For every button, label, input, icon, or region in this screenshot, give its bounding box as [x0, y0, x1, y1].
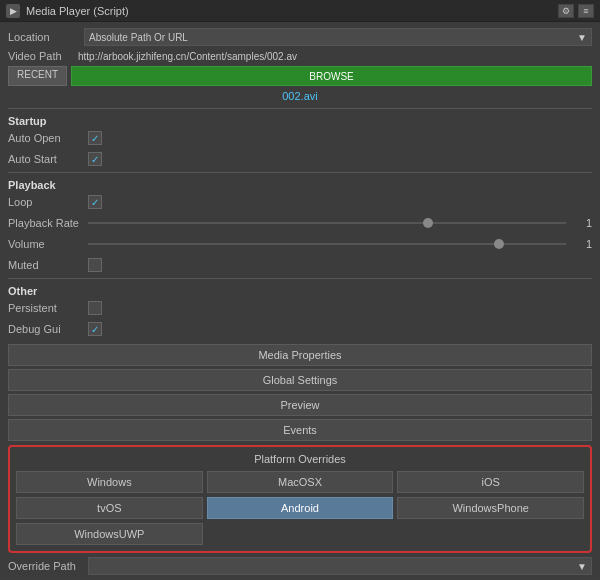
filename-display: 002.avi [8, 90, 592, 102]
auto-open-label: Auto Open [8, 132, 88, 144]
loop-label: Loop [8, 196, 88, 208]
settings-button[interactable]: ⚙ [558, 4, 574, 18]
platform-btn-android[interactable]: Android [207, 497, 394, 519]
muted-label: Muted [8, 259, 88, 271]
platform-section: Platform Overrides Windows MacOSX iOS tv… [8, 445, 592, 553]
override-path-row: Override Path ▼ [8, 557, 592, 575]
video-path-value: http://arbook.jizhifeng.cn/Content/sampl… [78, 51, 592, 62]
divider-3 [8, 278, 592, 279]
override-path-dropdown[interactable]: ▼ [88, 557, 592, 575]
platform-grid: Windows MacOSX iOS tvOS Android WindowsP… [16, 471, 584, 519]
platform-btn-windowsuwp[interactable]: WindowsUWP [16, 523, 203, 545]
debug-gui-checkbox[interactable] [88, 322, 102, 336]
other-header: Other [8, 285, 592, 297]
playback-rate-slider-container [88, 216, 566, 230]
playback-rate-row: Playback Rate 1 [8, 214, 592, 232]
auto-start-label: Auto Start [8, 153, 88, 165]
video-path-label: Video Path [8, 50, 78, 62]
window-title: Media Player (Script) [26, 5, 552, 17]
auto-open-checkbox[interactable] [88, 131, 102, 145]
menu-button[interactable]: ≡ [578, 4, 594, 18]
platform-btn-ios[interactable]: iOS [397, 471, 584, 493]
volume-value: 1 [572, 238, 592, 250]
location-row: Location Absolute Path Or URL ▼ [8, 28, 592, 46]
platform-btn-macosx[interactable]: MacOSX [207, 471, 394, 493]
volume-thumb[interactable] [494, 239, 504, 249]
playback-rate-track [88, 222, 566, 224]
loop-row: Loop [8, 193, 592, 211]
divider-2 [8, 172, 592, 173]
platform-single-row: WindowsUWP [16, 523, 584, 545]
browse-row: RECENT BROWSE [8, 66, 592, 86]
volume-track [88, 243, 566, 245]
volume-row: Volume 1 [8, 235, 592, 253]
auto-start-checkbox[interactable] [88, 152, 102, 166]
persistent-checkbox[interactable] [88, 301, 102, 315]
main-panel: Location Absolute Path Or URL ▼ Video Pa… [0, 22, 600, 580]
debug-gui-row: Debug Gui [8, 320, 592, 338]
platform-btn-windows[interactable]: Windows [16, 471, 203, 493]
playback-rate-value: 1 [572, 217, 592, 229]
title-bar: ▶ Media Player (Script) ⚙ ≡ [0, 0, 600, 22]
startup-header: Startup [8, 115, 592, 127]
media-properties-button[interactable]: Media Properties [8, 344, 592, 366]
video-path-row: Video Path http://arbook.jizhifeng.cn/Co… [8, 50, 592, 62]
volume-label: Volume [8, 238, 88, 250]
debug-gui-label: Debug Gui [8, 323, 88, 335]
muted-checkbox[interactable] [88, 258, 102, 272]
platform-title: Platform Overrides [16, 453, 584, 465]
location-dropdown[interactable]: Absolute Path Or URL ▼ [84, 28, 592, 46]
divider-1 [8, 108, 592, 109]
playback-rate-label: Playback Rate [8, 217, 88, 229]
auto-start-row: Auto Start [8, 150, 592, 168]
window-icon: ▶ [6, 4, 20, 18]
title-bar-controls: ⚙ ≡ [558, 4, 594, 18]
persistent-label: Persistent [8, 302, 88, 314]
browse-button[interactable]: BROWSE [71, 66, 592, 86]
persistent-row: Persistent [8, 299, 592, 317]
location-label: Location [8, 31, 78, 43]
auto-open-row: Auto Open [8, 129, 592, 147]
platform-btn-tvos[interactable]: tvOS [16, 497, 203, 519]
volume-slider-container [88, 237, 566, 251]
recent-button[interactable]: RECENT [8, 66, 67, 86]
playback-header: Playback [8, 179, 592, 191]
preview-button[interactable]: Preview [8, 394, 592, 416]
platform-btn-windowsphone[interactable]: WindowsPhone [397, 497, 584, 519]
playback-rate-thumb[interactable] [423, 218, 433, 228]
loop-checkbox[interactable] [88, 195, 102, 209]
events-button[interactable]: Events [8, 419, 592, 441]
global-settings-button[interactable]: Global Settings [8, 369, 592, 391]
override-path-label: Override Path [8, 560, 88, 572]
muted-row: Muted [8, 256, 592, 274]
